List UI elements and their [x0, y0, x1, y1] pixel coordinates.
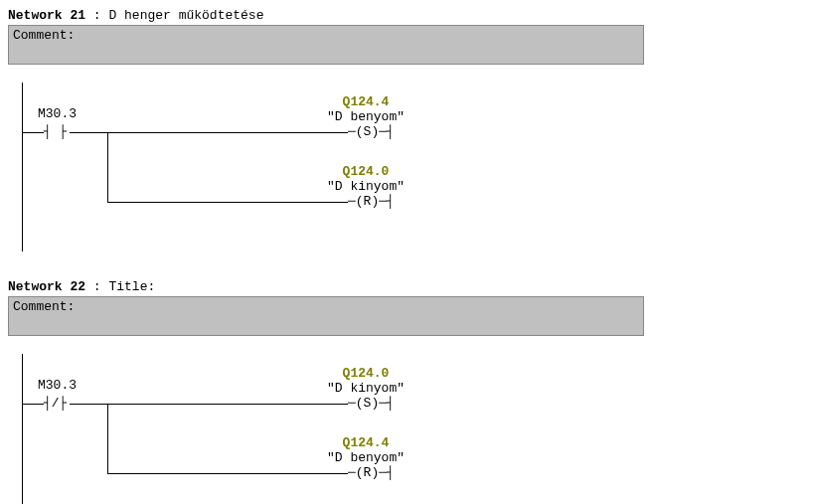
coil-address: Q124.0 [326, 366, 406, 381]
wire [107, 404, 108, 473]
network-header: Network 22 : Title: [8, 279, 807, 294]
power-rail [22, 354, 23, 504]
power-rail [22, 83, 23, 252]
reset-coil: ─(R)─┤ [348, 465, 395, 480]
wire [107, 132, 108, 202]
wire [107, 202, 348, 203]
coil-name: "D kinyom" [318, 381, 413, 396]
wire [70, 404, 348, 405]
network-colon: : [93, 8, 109, 23]
network-block: Network 21 : D henger működtetése Commen… [8, 8, 807, 252]
ladder-diagram: ┤/├ M30.3 Q124.0 "D kinyom" ─(S)─┤ Q124.… [8, 354, 465, 504]
wire [22, 404, 44, 405]
network-block: Network 22 : Title: Comment: ┤/├ M30.3 Q… [8, 279, 807, 504]
comment-box: Comment: [8, 296, 644, 336]
network-label: Network 22 [8, 279, 85, 294]
contact-address: M30.3 [38, 378, 77, 393]
coil-address: Q124.0 [326, 164, 406, 179]
contact-address: M30.3 [38, 106, 77, 121]
coil-address: Q124.4 [326, 435, 406, 450]
ladder-diagram: ┤ ├ M30.3 Q124.4 "D benyom" ─(S)─┤ Q124.… [8, 83, 465, 252]
comment-label: Comment: [13, 299, 75, 314]
no-contact: ┤ ├ [44, 124, 67, 139]
comment-label: Comment: [13, 28, 75, 43]
coil-name: "D benyom" [318, 450, 413, 465]
network-title: Title: [108, 279, 155, 294]
network-colon: : [93, 279, 109, 294]
wire [107, 473, 348, 474]
coil-name: "D kinyom" [318, 179, 413, 194]
set-coil: ─(S)─┤ [348, 124, 395, 139]
wire [22, 132, 44, 133]
wire [70, 132, 348, 133]
network-label: Network 21 [8, 8, 85, 23]
network-title: D henger működtetése [108, 8, 263, 23]
set-coil: ─(S)─┤ [348, 396, 395, 411]
network-header: Network 21 : D henger működtetése [8, 8, 807, 23]
coil-name: "D benyom" [318, 109, 413, 124]
coil-address: Q124.4 [326, 94, 406, 109]
comment-box: Comment: [8, 25, 644, 65]
reset-coil: ─(R)─┤ [348, 194, 395, 209]
nc-contact: ┤/├ [44, 396, 67, 411]
